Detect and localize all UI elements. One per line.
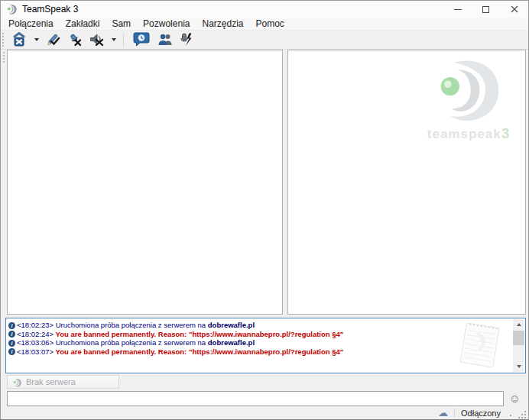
info-icon: i [8,348,15,355]
arrow-up-icon [517,323,521,326]
scroll-down-button[interactable] [513,361,524,372]
log-timestamp: <18:02:24> [17,330,54,338]
log-timestamp: <18:02:23> [17,321,54,329]
statusbar: ☁ Odłączony [1,406,528,419]
log-scrollbar[interactable] [513,319,524,372]
voice-activation-icon [180,32,193,47]
log-timestamp: <18:03:07> [17,347,54,356]
toolbar-separator [123,34,124,47]
log-message-error: You are banned permanently. Reason: "htt… [54,347,343,356]
arrow-down-icon [517,365,521,368]
window-title: TeamSpeak 3 [22,4,78,15]
contacts-icon [157,32,174,47]
chat-input[interactable] [7,391,504,406]
mute-speakers-dropdown-button[interactable] [109,37,118,42]
dock-grip[interactable] [3,52,5,63]
teamspeak-logo-icon [6,4,18,15]
log-message: Uruchomiona próba połączenia z serwerem … [54,321,208,329]
teamspeak-window: TeamSpeak 3 Połączenia Zakładki Sam Pozw… [0,0,529,420]
menu-pozwolenia[interactable]: Pozwolenia [137,18,196,31]
dock-strip [1,50,6,315]
toolbar-grip[interactable] [2,33,5,47]
chevron-down-icon [112,38,116,41]
info-icon: i [8,322,15,329]
teamspeak-watermark: teamspeak3 [417,55,521,142]
away-pencil-icon [45,32,60,47]
statusbar-separator [454,409,455,417]
log-timestamp: <18:03:06> [17,338,54,347]
mute-speakers-icon [89,32,105,47]
info-panel: teamspeak3 [287,50,526,315]
titlebar[interactable]: TeamSpeak 3 [1,1,528,18]
scrollbar-thumb[interactable] [513,331,524,345]
statusbar-dot [510,415,511,416]
connect-dropdown-button[interactable] [32,37,41,42]
teamspeak-logo-icon [12,377,22,387]
chevron-down-icon [34,38,39,41]
cloud-icon: ☁ [438,407,448,418]
phone-chat-button[interactable] [131,31,152,48]
emoticon-button[interactable]: ☺ [508,392,522,406]
log-server-name: dobrewafle.pl [208,321,255,329]
watermark-text: teamspeak3 [417,125,521,142]
connection-status: Odłączony [461,409,501,418]
log-message-error: You are banned permanently. Reason: "htt… [54,330,343,338]
teamspeak-watermark-logo-icon [430,55,507,125]
window-controls [443,1,528,18]
resize-grip[interactable] [518,410,526,418]
close-button[interactable] [500,1,528,18]
maximize-button[interactable] [472,1,500,18]
log-entry: i<18:03:06> Uruchomiona próba połączenia… [8,338,510,347]
menu-sam[interactable]: Sam [105,18,137,31]
voice-activation-button[interactable] [178,31,195,48]
log-entry: i<18:03:07> You are banned permanently. … [8,347,510,357]
menu-pomoc[interactable]: Pomoc [250,18,290,31]
away-button[interactable] [44,31,62,48]
menu-polaczenia[interactable]: Połączenia [2,18,60,31]
connect-bookmark-icon [11,32,28,47]
scroll-up-button[interactable] [513,319,524,330]
log-entry: i<18:02:23> Uruchomiona próba połączenia… [8,321,510,330]
toolbar [1,31,528,50]
mute-speakers-button[interactable] [87,31,106,48]
log-entry: i<18:02:24> You are banned permanently. … [8,330,510,339]
connect-button[interactable] [9,31,29,48]
log-rows: i<18:02:23> Uruchomiona próba połączenia… [8,321,510,356]
server-tree-panel[interactable] [7,50,283,315]
log-panel: i<18:02:23> Uruchomiona próba połączenia… [5,318,526,373]
minimize-button[interactable] [443,1,472,18]
chat-bubble-icon [132,32,151,47]
log-server-name: dobrewafle.pl [208,338,255,347]
info-icon: i [8,340,15,347]
contacts-button[interactable] [155,31,175,48]
info-icon: i [8,331,15,338]
tab-brak-serwera[interactable]: Brak serwera [7,375,119,389]
log-message: Uruchomiona próba połączenia z serwerem … [54,338,208,347]
tab-label: Brak serwera [26,377,76,386]
mute-microphone-button[interactable] [65,31,84,48]
menu-narzedzia[interactable]: Narzędzia [196,18,249,31]
menu-zakladki[interactable]: Zakładki [60,18,106,31]
menubar: Połączenia Zakładki Sam Pozwolenia Narzę… [1,18,528,31]
mute-microphone-icon [67,32,83,47]
